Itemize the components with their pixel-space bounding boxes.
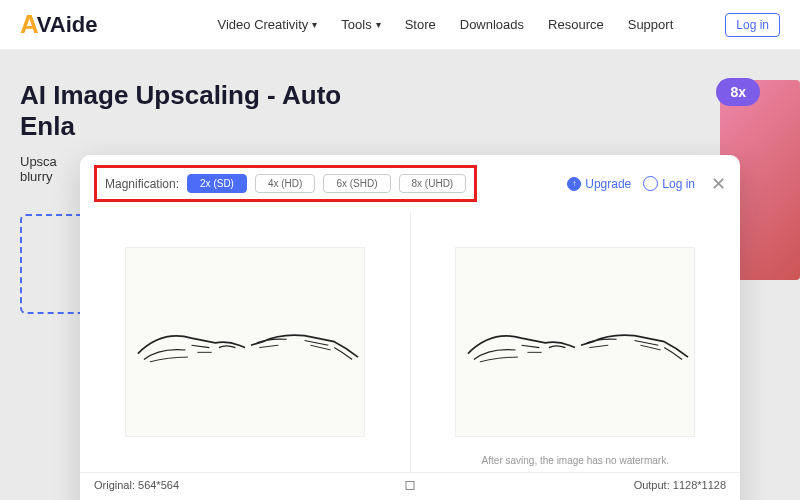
nav-video-creativity[interactable]: Video Creativity▾ — [218, 17, 318, 32]
original-size-label: Original: 564*564 — [94, 479, 179, 491]
header-login-button[interactable]: Log in — [725, 13, 780, 37]
nav-downloads[interactable]: Downloads — [460, 17, 524, 32]
logo[interactable]: AVAide — [20, 9, 98, 40]
mag-option-6x[interactable]: 6x (SHD) — [323, 174, 390, 193]
modal-login-button[interactable]: Log in — [643, 176, 695, 191]
page-background: AI Image Upscaling - Auto Enla Upsca blu… — [0, 50, 800, 500]
watermark-note: After saving, the image has no watermark… — [411, 455, 741, 466]
original-pane — [80, 212, 410, 472]
output-size-label: Output: 1128*1128 — [634, 479, 726, 491]
hands-sketch-icon — [456, 300, 694, 383]
user-icon — [643, 176, 658, 191]
mag-option-4x[interactable]: 4x (HD) — [255, 174, 315, 193]
site-header: AVAide Video Creativity▾ Tools▾ Store Do… — [0, 0, 800, 50]
upscale-modal: Magnification: 2x (SD) 4x (HD) 6x (SHD) … — [80, 155, 740, 500]
main-nav: Video Creativity▾ Tools▾ Store Downloads… — [218, 17, 674, 32]
mag-option-8x[interactable]: 8x (UHD) — [399, 174, 467, 193]
page-title: AI Image Upscaling - Auto Enla — [20, 80, 780, 142]
original-preview — [125, 247, 365, 437]
size-info-bar: Original: 564*564 Output: 1128*1128 — [80, 472, 740, 497]
upgrade-button[interactable]: ↑Upgrade — [567, 177, 631, 191]
compare-area: After saving, the image has no watermark… — [80, 212, 740, 472]
badge-8x: 8x — [716, 78, 760, 106]
upgrade-icon: ↑ — [567, 177, 581, 191]
compare-handle-icon[interactable] — [406, 481, 415, 490]
close-icon[interactable]: ✕ — [711, 173, 726, 195]
modal-toolbar: Magnification: 2x (SD) 4x (HD) 6x (SHD) … — [80, 155, 740, 212]
nav-resource[interactable]: Resource — [548, 17, 604, 32]
chevron-down-icon: ▾ — [376, 19, 381, 30]
nav-store[interactable]: Store — [405, 17, 436, 32]
hands-sketch-icon — [126, 300, 364, 383]
output-preview — [455, 247, 695, 437]
nav-tools[interactable]: Tools▾ — [341, 17, 380, 32]
magnification-group-highlight: Magnification: 2x (SD) 4x (HD) 6x (SHD) … — [94, 165, 477, 202]
mag-option-2x[interactable]: 2x (SD) — [187, 174, 247, 193]
magnification-label: Magnification: — [105, 177, 179, 191]
output-pane: After saving, the image has no watermark… — [410, 212, 741, 472]
chevron-down-icon: ▾ — [312, 19, 317, 30]
nav-support[interactable]: Support — [628, 17, 674, 32]
